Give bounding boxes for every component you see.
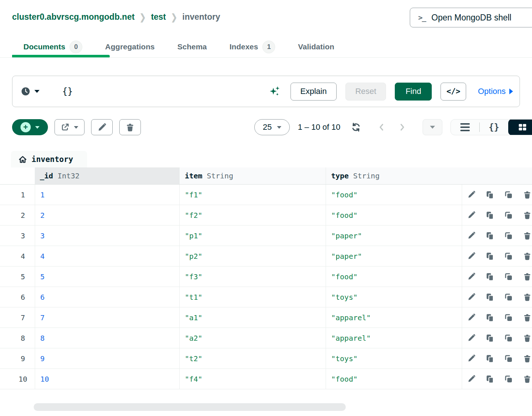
edit-document-button[interactable]: [467, 293, 476, 301]
cell-item-value: "p2": [179, 246, 326, 266]
clone-document-button[interactable]: [504, 252, 513, 261]
copy-document-button[interactable]: [486, 211, 494, 220]
clone-document-button[interactable]: [504, 272, 513, 281]
edit-document-button[interactable]: [467, 231, 476, 240]
tab-validation[interactable]: Validation: [286, 38, 345, 56]
delete-document-button[interactable]: [523, 293, 532, 302]
copy-document-button[interactable]: [486, 231, 494, 240]
cell-id-link[interactable]: 7: [35, 307, 179, 328]
options-toggle[interactable]: Options: [478, 87, 513, 96]
column-header-type[interactable]: type String: [326, 167, 462, 184]
documents-toolbar: +: [0, 119, 532, 135]
copy-document-button[interactable]: [486, 293, 494, 302]
pencil-icon: [467, 190, 476, 199]
copy-document-button[interactable]: [486, 252, 494, 261]
cell-id-link[interactable]: 3: [35, 226, 179, 246]
next-page-button[interactable]: [397, 122, 407, 132]
caret-down-icon: [34, 90, 40, 93]
clone-document-button[interactable]: [504, 231, 513, 240]
export-data-button[interactable]: [55, 119, 85, 135]
view-list-segment[interactable]: [451, 119, 479, 135]
trash-icon: [523, 293, 532, 302]
tab-schema[interactable]: Schema: [166, 38, 218, 56]
edit-document-button[interactable]: [467, 375, 476, 383]
trash-icon: [523, 231, 532, 240]
tab-aggregations[interactable]: Aggregations: [94, 38, 166, 56]
edit-document-button[interactable]: [467, 211, 476, 219]
clone-document-button[interactable]: [504, 313, 513, 322]
cell-id-link[interactable]: 5: [35, 266, 179, 287]
clone-document-button[interactable]: [504, 211, 513, 220]
horizontal-scrollbar-thumb[interactable]: [34, 403, 346, 411]
trash-icon: [523, 313, 532, 322]
edit-document-button[interactable]: [467, 313, 476, 322]
view-table-segment[interactable]: [508, 119, 532, 135]
update-documents-button[interactable]: [91, 119, 113, 135]
edit-document-button[interactable]: [467, 334, 476, 342]
delete-document-button[interactable]: [523, 231, 532, 240]
copy-document-button[interactable]: [486, 375, 494, 383]
copy-document-button[interactable]: [486, 334, 494, 343]
clone-document-button[interactable]: [504, 334, 513, 343]
column-header-item[interactable]: item String: [179, 167, 326, 184]
copy-icon: [486, 252, 494, 261]
column-type: String: [207, 171, 233, 180]
cell-id-link[interactable]: 6: [35, 287, 179, 307]
expand-collapse-dropdown-button[interactable]: [423, 119, 442, 135]
delete-document-button[interactable]: [523, 354, 532, 363]
code-toggle-button[interactable]: </>: [441, 83, 466, 101]
row-actions: [462, 185, 532, 205]
table-collection-tab[interactable]: inventory: [11, 151, 87, 167]
pagination-range-label: 1 – 10 of 10: [298, 122, 340, 132]
add-data-button[interactable]: +: [12, 119, 48, 135]
cell-id-link[interactable]: 4: [35, 246, 179, 266]
delete-document-button[interactable]: [523, 313, 532, 322]
table-row: 7 7 "a1" "apparel": [0, 307, 532, 328]
open-mongodb-shell-button[interactable]: >_ Open MongoDB shell: [410, 8, 532, 27]
clone-document-button[interactable]: [504, 354, 513, 363]
edit-document-button[interactable]: [467, 190, 476, 199]
edit-document-button[interactable]: [467, 252, 476, 260]
delete-documents-button[interactable]: [119, 119, 141, 135]
caret-down-icon: [35, 126, 40, 129]
tab-documents[interactable]: Documents0: [12, 38, 94, 56]
pencil-icon: [467, 313, 476, 322]
find-button[interactable]: Find: [395, 83, 432, 101]
view-json-segment[interactable]: {}: [480, 119, 508, 135]
column-header-id[interactable]: _id Int32: [35, 167, 179, 184]
cell-id-link[interactable]: 1: [35, 185, 179, 205]
previous-page-button[interactable]: [377, 122, 386, 132]
copy-document-button[interactable]: [486, 272, 494, 281]
copy-document-button[interactable]: [486, 313, 494, 322]
edit-document-button[interactable]: [467, 272, 476, 281]
delete-document-button[interactable]: [523, 375, 532, 383]
explain-button[interactable]: Explain: [291, 83, 337, 101]
breadcrumb-cluster[interactable]: cluster0.abvrscg.mongodb.net: [12, 12, 135, 22]
row-number: 9: [11, 348, 35, 368]
delete-document-button[interactable]: [523, 334, 532, 343]
clone-document-button[interactable]: [504, 293, 513, 302]
delete-document-button[interactable]: [523, 252, 532, 261]
cell-id-link[interactable]: 2: [35, 205, 179, 225]
page-size-select[interactable]: 25: [254, 119, 290, 135]
delete-document-button[interactable]: [523, 190, 532, 199]
copy-document-button[interactable]: [486, 354, 494, 363]
table-row: 8 8 "a2" "apparel": [0, 328, 532, 348]
clone-document-button[interactable]: [504, 375, 513, 383]
query-history-button[interactable]: [20, 86, 40, 97]
cell-id-link[interactable]: 9: [35, 348, 179, 368]
breadcrumb-database[interactable]: test: [151, 12, 166, 22]
copy-document-button[interactable]: [486, 190, 494, 199]
pagination-group: 25 1 – 10 of 10: [254, 119, 407, 135]
reset-button[interactable]: Reset: [345, 83, 386, 101]
filter-input[interactable]: {}: [62, 86, 269, 97]
tab-indexes[interactable]: Indexes1: [218, 38, 286, 56]
refresh-button[interactable]: [351, 122, 361, 133]
delete-document-button[interactable]: [523, 272, 532, 281]
cell-id-link[interactable]: 10: [35, 369, 179, 389]
clone-document-button[interactable]: [504, 190, 513, 199]
ai-sparkle-icon[interactable]: [269, 85, 282, 98]
edit-document-button[interactable]: [467, 354, 476, 363]
delete-document-button[interactable]: [523, 211, 532, 220]
cell-id-link[interactable]: 8: [35, 328, 179, 348]
